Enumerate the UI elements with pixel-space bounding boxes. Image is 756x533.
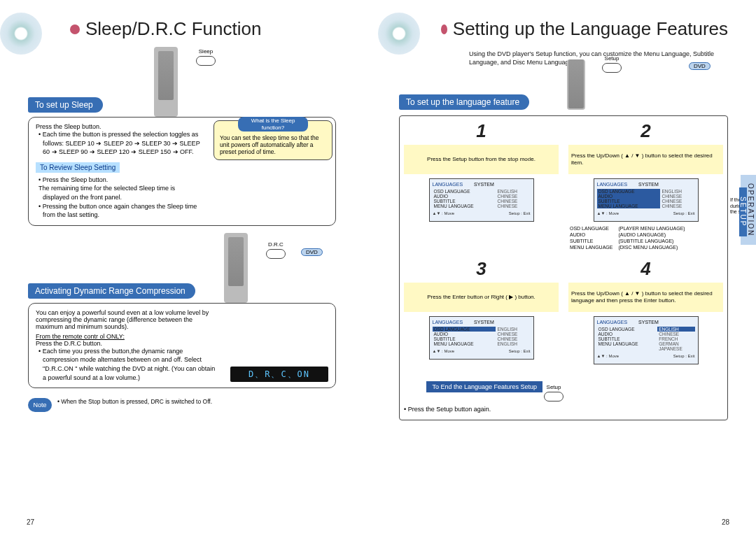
drc-display: D、R、C、ON bbox=[230, 367, 328, 382]
balloon-label: Setup bbox=[547, 384, 561, 390]
drc-press: Press the D.R.C button. bbox=[36, 340, 328, 347]
balloon-label: D.R.C bbox=[268, 241, 284, 248]
page-title: Sleep/D.R.C Function bbox=[85, 18, 261, 40]
review-b2: Pressing the button once again changes t… bbox=[36, 202, 202, 220]
legend-table: OSD LANGUAGE(PLAYER MENU LANGUAGE)AUDIO(… bbox=[568, 225, 687, 251]
step-number: 3 bbox=[404, 258, 559, 280]
side-tab-operation: OPERATION bbox=[747, 183, 755, 236]
step-text: Press the Up/Down ( ▲ / ▼ ) button to se… bbox=[568, 145, 723, 174]
osd-tab: LANGUAGES bbox=[597, 320, 628, 325]
press-line: Press the Sleep button. bbox=[36, 123, 202, 130]
dvd-badge: DVD bbox=[301, 248, 323, 256]
page-27: Sleep/D.R.C Function To set up Sleep Sle… bbox=[0, 0, 378, 533]
step-4: 4 Press the Up/Down ( ▲ / ▼ ) button to … bbox=[568, 258, 723, 364]
end-heading: To End the Language Features Setup bbox=[426, 381, 542, 392]
remote-group bbox=[567, 55, 585, 110]
review-b1: Press the Sleep button. bbox=[36, 176, 202, 185]
callout-question: What is the Sleep function? bbox=[238, 117, 308, 132]
intro-text: Using the DVD player's Setup function, y… bbox=[469, 50, 721, 66]
disc-decor-icon bbox=[0, 7, 77, 63]
drc-from: From the remote contr ol ONLY: bbox=[36, 333, 328, 340]
step-number: 4 bbox=[568, 258, 723, 280]
drc-desc: You can enjoy a powerful sound even at a… bbox=[36, 309, 218, 330]
end-setup-balloon: Setup bbox=[544, 384, 564, 401]
sleep-box: Press the Sleep button. Each time the bu… bbox=[28, 117, 336, 226]
step-number: 2 bbox=[568, 120, 723, 142]
osd-tab: LANGUAGES bbox=[433, 182, 463, 187]
sleep-button-balloon: Sleep bbox=[196, 48, 216, 66]
page-title: Setting up the Language Features bbox=[453, 18, 728, 40]
balloon-label: Setup bbox=[605, 55, 620, 62]
end-text: Press the Setup button again. bbox=[404, 406, 723, 413]
sleep-callout: What is the Sleep function? You can set … bbox=[214, 120, 332, 160]
step-text: Press the Up/Down ( ▲ / ▼ ) button to se… bbox=[568, 283, 723, 312]
callout-answer: You can set the sleep time so that the u… bbox=[220, 134, 318, 155]
setup-balloon: Setup bbox=[602, 55, 622, 73]
osd-tab: SYSTEM bbox=[474, 182, 494, 187]
remote-icon bbox=[154, 47, 178, 117]
steps-container: 1 Press the Setup button from the stop m… bbox=[399, 115, 728, 420]
osd-tab: SYSTEM bbox=[638, 182, 659, 187]
drc-heading: Activating Dynamic Range Compression bbox=[28, 283, 195, 299]
drc-button-balloon: D.R.C bbox=[266, 241, 286, 259]
sleep-toggle-bullet: Each time the button is pressed the sele… bbox=[36, 130, 202, 157]
note-text: When the Stop button is pressed, DRC is … bbox=[57, 398, 212, 405]
title-row: Sleep/D.R.C Function bbox=[70, 18, 357, 40]
review-subhead: To Review Sleep Setting bbox=[36, 162, 120, 173]
page-28: Setting up the Language Features Using t… bbox=[378, 0, 756, 533]
review-line: The remaining time for the selected Slee… bbox=[36, 184, 202, 201]
step-2: 2 Press the Up/Down ( ▲ / ▼ ) button to … bbox=[568, 120, 723, 251]
side-tab-setup: SETUP bbox=[739, 187, 747, 236]
drc-box: You can enjoy a powerful sound even at a… bbox=[28, 303, 336, 388]
remote-icon bbox=[567, 59, 585, 110]
step-text: Press the Enter button or Right ( ▶ ) bu… bbox=[404, 283, 559, 312]
step-number: 1 bbox=[404, 120, 559, 142]
osd-screen: LANGUAGESSYSTEM OSD LANGUAGEENGLISHAUDIO… bbox=[594, 178, 699, 222]
step-3: 3 Press the Enter button or Right ( ▶ ) … bbox=[404, 258, 559, 364]
osd-tab: LANGUAGES bbox=[597, 182, 628, 187]
disc-decor-icon bbox=[357, 7, 455, 63]
osd-screen: LANGUAGESSYSTEM OSD LANGUAGEENGLISHAUDIO… bbox=[429, 178, 534, 222]
osd-tab: SYSTEM bbox=[474, 320, 494, 325]
note-badge: Note bbox=[28, 398, 52, 412]
osd-tab: LANGUAGES bbox=[433, 320, 463, 325]
dvd-badge: DVD bbox=[689, 62, 710, 70]
oval-button-icon bbox=[196, 56, 216, 66]
step-text: Press the Setup button from the stop mod… bbox=[404, 145, 559, 174]
note-row: Note When the Stop button is pressed, DR… bbox=[28, 398, 357, 412]
osd-tab: SYSTEM bbox=[638, 320, 659, 325]
lang-heading: To set up the language feature bbox=[399, 94, 529, 110]
oval-button-icon bbox=[266, 249, 286, 259]
remote-icon bbox=[224, 233, 248, 303]
page-number: 28 bbox=[722, 518, 729, 526]
osd-screen: LANGUAGESSYSTEM OSD LANGUAGEENGLISHAUDIO… bbox=[429, 316, 534, 360]
balloon-label: Sleep bbox=[199, 48, 213, 55]
oval-button-icon bbox=[544, 392, 564, 401]
step-1: 1 Press the Setup button from the stop m… bbox=[404, 120, 559, 251]
drc-bullet: Each time you press the button,the dynam… bbox=[36, 347, 218, 382]
page-number: 27 bbox=[27, 518, 34, 526]
side-tab: OPERATION SETUP bbox=[741, 175, 756, 245]
sleep-heading: To set up Sleep bbox=[28, 97, 103, 113]
osd-screen: LANGUAGESSYSTEM OSD LANGUAGEENGLISHAUDIO… bbox=[594, 316, 699, 364]
oval-button-icon bbox=[602, 63, 622, 73]
title-row: Setting up the Language Features bbox=[441, 18, 728, 40]
